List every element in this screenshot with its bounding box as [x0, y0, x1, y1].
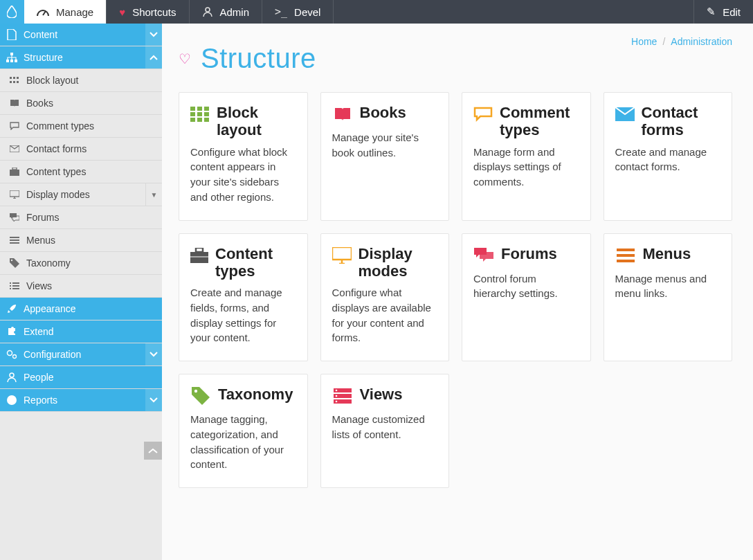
svg-rect-4 — [10, 60, 13, 62]
svg-point-51 — [335, 395, 337, 397]
svg-rect-36 — [197, 118, 202, 122]
card-title: Views — [360, 386, 403, 403]
comment-icon — [3, 122, 26, 130]
card-forums[interactable]: ForumsControl forum hierarchy settings. — [462, 233, 591, 362]
svg-rect-39 — [190, 252, 208, 263]
breadcrumb-admin[interactable]: Administration — [671, 36, 732, 47]
card-display-modes[interactable]: Display modesConfigure what displays are… — [320, 233, 450, 362]
heart-icon: ♥ — [119, 6, 125, 18]
svg-rect-31 — [204, 107, 209, 111]
terminal-icon: >_ — [275, 6, 287, 18]
sidebar-sub-taxonomy[interactable]: Taxonomy — [0, 252, 162, 275]
breadcrumb-home[interactable]: Home — [631, 36, 657, 47]
user-icon — [202, 6, 213, 17]
svg-rect-20 — [10, 282, 11, 284]
svg-point-27 — [13, 355, 17, 359]
card-description: Control forum hierarchy settings. — [473, 271, 579, 302]
main-content: Home / Administration ♡ Structure Block … — [162, 24, 753, 560]
card-description: Manage customized lists of content. — [332, 412, 438, 442]
book-icon — [3, 99, 26, 107]
menu-icon — [3, 237, 26, 244]
svg-point-26 — [8, 351, 12, 356]
svg-rect-25 — [12, 288, 19, 289]
briefcase-icon — [190, 245, 208, 266]
card-description: Create and manage fields, forms, and dis… — [190, 285, 296, 345]
sidebar-label: Books — [26, 98, 162, 109]
card-description: Create and manage contact forms. — [615, 145, 721, 175]
card-block-layout[interactable]: Block layoutConfigure what block content… — [179, 92, 308, 221]
toolbar-edit[interactable]: ✎ Edit — [693, 0, 753, 24]
briefcase-icon — [3, 168, 26, 176]
toolbar-devel-label: Devel — [294, 6, 320, 18]
card-title: Content types — [215, 245, 296, 280]
svg-rect-37 — [204, 118, 209, 122]
card-description: Manage tagging, categorization, and clas… — [190, 412, 296, 472]
sidebar-sub-content-types[interactable]: Content types — [0, 161, 162, 183]
toolbar-manage[interactable]: Manage — [24, 0, 107, 24]
card-title: Forums — [501, 245, 557, 262]
sidebar-sub-block-layout[interactable]: Block layout — [0, 69, 162, 92]
chevron-down-icon[interactable] — [145, 343, 162, 365]
chevron-down-icon[interactable] — [145, 389, 162, 411]
svg-rect-3 — [6, 60, 9, 62]
card-taxonomy[interactable]: TaxonomyManage tagging, categorization, … — [179, 374, 308, 488]
sidebar-item-people[interactable]: People — [0, 366, 162, 389]
card-title: Books — [360, 104, 406, 121]
heart-icon[interactable]: ♡ — [179, 51, 191, 67]
sidebar-sub-contact-forms[interactable]: Contact forms — [0, 138, 162, 161]
toolbar-admin[interactable]: Admin — [190, 0, 263, 24]
sidebar-label: Comment types — [26, 120, 162, 132]
svg-rect-8 — [17, 77, 19, 79]
sidebar-sub-display-modes[interactable]: Display modes ▼ — [0, 183, 162, 206]
user-icon — [0, 372, 24, 382]
chevron-up-icon — [148, 448, 158, 453]
grid-icon — [190, 104, 210, 125]
card-views[interactable]: ViewsManage customized lists of content. — [320, 374, 450, 488]
sidebar-sub-views[interactable]: Views — [0, 275, 162, 298]
sidebar-item-extend[interactable]: Extend — [0, 320, 162, 343]
svg-rect-42 — [332, 247, 352, 260]
sidebar-sub-books[interactable]: Books — [0, 92, 162, 115]
toolbar-home[interactable] — [0, 0, 24, 24]
sidebar-sub-forums[interactable]: Forums — [0, 206, 162, 229]
svg-rect-15 — [10, 190, 19, 197]
sidebar-item-configuration[interactable]: Configuration — [0, 343, 162, 366]
chevron-up-icon[interactable] — [145, 46, 162, 69]
page-title: Structure — [201, 43, 316, 74]
admin-sidebar: Content Structure Block layout Books Co — [0, 24, 162, 560]
card-menus[interactable]: MenusManage menus and menu links. — [604, 233, 733, 362]
svg-point-50 — [335, 390, 337, 392]
pencil-icon: ✎ — [707, 6, 716, 18]
svg-rect-24 — [10, 288, 11, 289]
toolbar-shortcuts[interactable]: ♥ Shortcuts — [107, 0, 189, 24]
sidebar-label: Contact forms — [26, 143, 162, 154]
sidebar-label: Taxonomy — [26, 258, 162, 269]
svg-point-19 — [11, 260, 12, 261]
book-icon — [332, 104, 353, 125]
sitemap-icon — [0, 53, 24, 62]
toolbar-shortcuts-label: Shortcuts — [132, 6, 176, 18]
sidebar-sub-comment-types[interactable]: Comment types — [0, 115, 162, 138]
scroll-to-top-button[interactable] — [144, 442, 162, 460]
svg-rect-29 — [190, 107, 195, 111]
svg-rect-14 — [12, 168, 17, 170]
sidebar-label: People — [24, 372, 162, 383]
envelope-icon — [615, 104, 635, 125]
sidebar-item-content[interactable]: Content — [0, 24, 162, 46]
svg-line-0 — [43, 11, 46, 15]
chat-icon — [3, 213, 26, 222]
card-comment-types[interactable]: Comment typesManage form and displays se… — [462, 92, 591, 221]
rocket-icon — [0, 304, 24, 314]
sidebar-item-appearance[interactable]: Appearance — [0, 298, 162, 320]
sidebar-item-reports[interactable]: Reports — [0, 389, 162, 412]
sidebar-item-structure[interactable]: Structure — [0, 46, 162, 69]
toolbar-devel[interactable]: >_ Devel — [262, 0, 334, 24]
card-content-types[interactable]: Content typesCreate and manage fields, f… — [179, 233, 308, 362]
sidebar-sub-menus[interactable]: Menus — [0, 229, 162, 252]
caret-down-icon[interactable]: ▼ — [145, 183, 162, 206]
card-contact-forms[interactable]: Contact formsCreate and manage contact f… — [604, 92, 733, 221]
chevron-down-icon[interactable] — [145, 24, 162, 46]
card-title: Block layout — [217, 104, 296, 139]
card-books[interactable]: BooksManage your site's book outlines. — [320, 92, 450, 221]
svg-rect-13 — [10, 170, 19, 176]
